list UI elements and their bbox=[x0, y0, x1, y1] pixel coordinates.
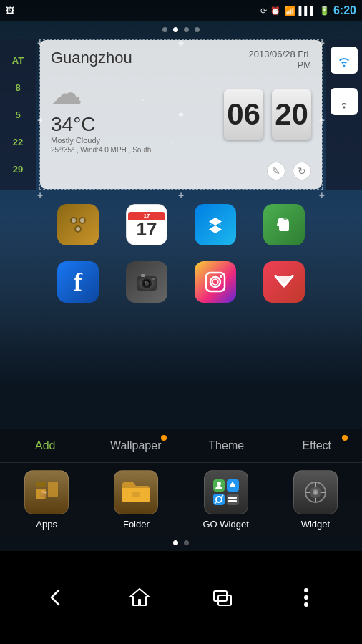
svg-point-3 bbox=[72, 218, 76, 223]
side-item-15: 5 bbox=[15, 109, 20, 120]
app-calendar[interactable]: 17 17 bbox=[117, 204, 176, 245]
weather-left-info: ☁ 34°C Mostly Cloudy 25°/35° , Wind:4.0 … bbox=[51, 74, 151, 154]
corner-ml: + bbox=[37, 114, 43, 126]
facebook-icon[interactable]: f bbox=[57, 261, 99, 303]
menu-page-dots bbox=[0, 537, 362, 551]
effect-dot bbox=[342, 435, 348, 441]
menu-items: 📦 Apps Folder bbox=[0, 463, 362, 537]
calendar-date-num: 17 bbox=[137, 220, 157, 238]
weather-refresh-btn[interactable]: ↻ bbox=[293, 162, 311, 180]
svg-point-4 bbox=[80, 218, 84, 223]
corner-tl: + bbox=[37, 37, 43, 49]
nav-bar bbox=[0, 551, 362, 644]
svg-point-11 bbox=[145, 281, 146, 283]
page-dots bbox=[0, 27, 362, 32]
dropbox-icon[interactable] bbox=[195, 204, 236, 245]
go-widget-grid bbox=[213, 479, 239, 505]
page-dot-1[interactable] bbox=[162, 27, 167, 32]
signal-icon: ▌▌▌ bbox=[299, 6, 315, 15]
svg-text:📦: 📦 bbox=[39, 489, 49, 499]
instagram-icon[interactable] bbox=[195, 261, 236, 303]
svg-point-5 bbox=[76, 227, 80, 231]
calendar-icon[interactable]: 17 17 bbox=[126, 204, 167, 245]
wifi-icon: 📶 bbox=[284, 6, 295, 16]
weather-desc: Mostly Cloudy bbox=[51, 136, 151, 145]
svg-rect-12 bbox=[141, 274, 145, 277]
evernote-icon[interactable] bbox=[263, 204, 305, 245]
app-camera[interactable] bbox=[117, 261, 176, 303]
clock-hour: 06 bbox=[224, 89, 263, 140]
widget-label: Widget bbox=[301, 519, 330, 530]
tapatalk-icon[interactable] bbox=[57, 204, 99, 245]
menu-item-go-widget[interactable]: GO Widget bbox=[183, 470, 269, 530]
go-widget-icon[interactable] bbox=[204, 470, 248, 514]
status-right-icons: ⟳ ⏰ 📶 ▌▌▌ 🔋 6:20 bbox=[260, 4, 356, 17]
svg-point-23 bbox=[217, 482, 221, 486]
tab-theme[interactable]: Theme bbox=[181, 429, 272, 462]
page-dot-4[interactable] bbox=[195, 27, 200, 32]
pocket-icon[interactable] bbox=[263, 261, 305, 303]
page-dot-3[interactable] bbox=[184, 27, 189, 32]
facebook-f: f bbox=[74, 267, 82, 297]
folder-icon[interactable] bbox=[114, 470, 158, 514]
menu-item-widget[interactable]: Widget bbox=[273, 470, 358, 530]
side-item-22: 22 bbox=[13, 137, 23, 147]
weather-period: PM bbox=[249, 59, 311, 70]
widget-container: Guangzhou 2013/06/28 Fri. PM ☁ 34°C Most… bbox=[39, 39, 323, 190]
nav-recents-btn[interactable] bbox=[201, 576, 244, 619]
app-grid-row1: 17 17 bbox=[49, 204, 313, 245]
menu-tabs: Add Wallpaper Theme Effect bbox=[0, 429, 362, 463]
side-item-29: 29 bbox=[13, 164, 23, 175]
go-cell-4 bbox=[227, 494, 239, 506]
weather-widget: Guangzhou 2013/06/28 Fri. PM ☁ 34°C Most… bbox=[40, 40, 322, 189]
menu-dot-2[interactable] bbox=[184, 540, 189, 545]
app-grid-row2: f bbox=[49, 261, 313, 303]
tab-theme-label: Theme bbox=[208, 439, 244, 452]
rotate-icon: ⟳ bbox=[260, 6, 267, 16]
menu-dot-1[interactable] bbox=[173, 540, 178, 545]
go-cell-2 bbox=[227, 479, 239, 492]
go-cell-1 bbox=[213, 479, 225, 492]
tab-wallpaper[interactable]: Wallpaper bbox=[91, 429, 182, 462]
svg-point-38 bbox=[304, 588, 308, 592]
menu-item-apps[interactable]: 📦 Apps bbox=[4, 470, 89, 530]
app-tapatalk[interactable] bbox=[49, 204, 107, 245]
corner-bl: + bbox=[37, 190, 43, 201]
svg-point-25 bbox=[216, 497, 222, 502]
app-instagram[interactable] bbox=[186, 261, 245, 303]
svg-point-16 bbox=[220, 275, 222, 278]
nav-home-btn[interactable] bbox=[118, 576, 161, 619]
weather-settings-btn[interactable]: ✎ bbox=[267, 162, 285, 180]
page-dot-2[interactable] bbox=[173, 27, 178, 32]
app-evernote[interactable] bbox=[255, 204, 313, 245]
apps-icon[interactable]: 📦 bbox=[24, 470, 69, 514]
svg-point-13 bbox=[152, 278, 155, 280]
app-dropbox[interactable] bbox=[186, 204, 245, 245]
corner-tr: + bbox=[319, 37, 325, 49]
menu-item-folder[interactable]: Folder bbox=[93, 470, 179, 530]
camera-icon[interactable] bbox=[126, 261, 167, 303]
app-facebook[interactable]: f bbox=[49, 261, 107, 303]
weather-middle: ☁ 34°C Mostly Cloudy 25°/35° , Wind:4.0 … bbox=[51, 74, 311, 154]
tab-effect[interactable]: Effect bbox=[272, 429, 363, 462]
nav-back-btn[interactable] bbox=[34, 576, 77, 619]
weather-date: 2013/06/28 Fri. bbox=[249, 49, 311, 59]
alarm-icon: ⏰ bbox=[270, 6, 280, 16]
svg-rect-20 bbox=[48, 482, 58, 497]
svg-point-35 bbox=[314, 491, 317, 494]
folder-label: Folder bbox=[123, 519, 150, 530]
battery-icon: 🔋 bbox=[319, 6, 330, 16]
weather-city: Guangzhou bbox=[51, 49, 132, 67]
go-cell-3 bbox=[213, 494, 225, 506]
nav-more-btn[interactable] bbox=[285, 576, 328, 619]
svg-rect-27 bbox=[228, 500, 237, 502]
bottom-menu: Add Wallpaper Theme Effect 📦 Ap bbox=[0, 429, 362, 551]
weather-bottom: ✎ ↻ bbox=[51, 158, 311, 180]
weather-top: Guangzhou 2013/06/28 Fri. PM bbox=[51, 49, 311, 70]
app-pocket[interactable] bbox=[255, 261, 313, 303]
apps-label: Apps bbox=[36, 519, 57, 530]
tab-add[interactable]: Add bbox=[0, 429, 91, 462]
widget-icon[interactable] bbox=[293, 470, 338, 514]
go-widget-label: GO Widget bbox=[202, 519, 248, 530]
status-bar: 🖼 ⟳ ⏰ 📶 ▌▌▌ 🔋 6:20 bbox=[0, 0, 362, 21]
